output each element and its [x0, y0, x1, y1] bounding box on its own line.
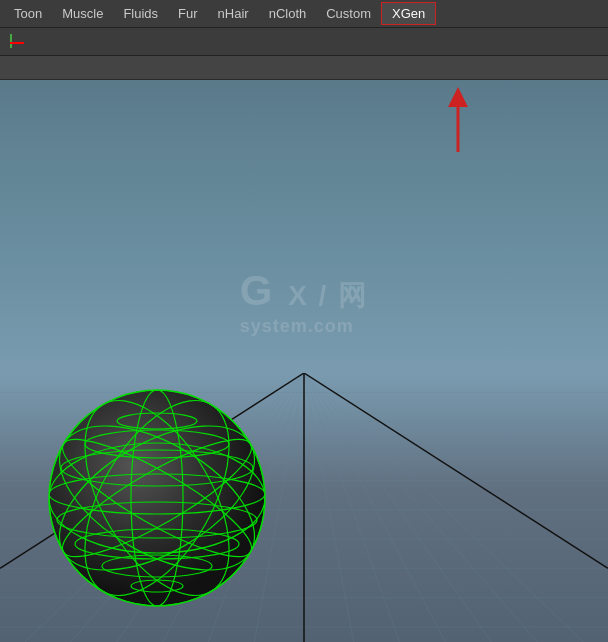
sphere: [45, 386, 270, 611]
menu-item-muscle[interactable]: Muscle: [52, 3, 113, 24]
svg-line-21: [304, 373, 558, 642]
svg-line-20: [304, 373, 508, 642]
menu-item-nhair[interactable]: nHair: [208, 3, 259, 24]
viewport[interactable]: G X / 网 system.com: [0, 80, 608, 642]
menu-item-toon[interactable]: Toon: [4, 3, 52, 24]
axis-y: [10, 34, 12, 48]
toolbar-area: [0, 28, 608, 56]
watermark: G X / 网 system.com: [240, 269, 368, 336]
watermark-url: system.com: [240, 315, 368, 336]
red-arrow-annotation: [428, 82, 488, 162]
svg-line-18: [304, 373, 408, 642]
menu-item-custom[interactable]: Custom: [316, 3, 381, 24]
watermark-g: G X / 网: [240, 269, 368, 311]
menu-item-ncloth[interactable]: nCloth: [259, 3, 317, 24]
menu-item-fur[interactable]: Fur: [168, 3, 208, 24]
axis-indicator: [6, 32, 26, 52]
svg-line-19: [304, 373, 458, 642]
svg-line-22: [304, 373, 608, 642]
svg-line-17: [304, 373, 358, 642]
svg-point-27: [49, 390, 265, 606]
svg-marker-47: [448, 87, 468, 107]
axis-x: [10, 42, 24, 44]
menu-item-xgen[interactable]: XGen: [381, 2, 436, 25]
toolbar-strip: [0, 56, 608, 80]
menu-bar: Toon Muscle Fluids Fur nHair nCloth Cust…: [0, 0, 608, 28]
menu-item-fluids[interactable]: Fluids: [113, 3, 168, 24]
